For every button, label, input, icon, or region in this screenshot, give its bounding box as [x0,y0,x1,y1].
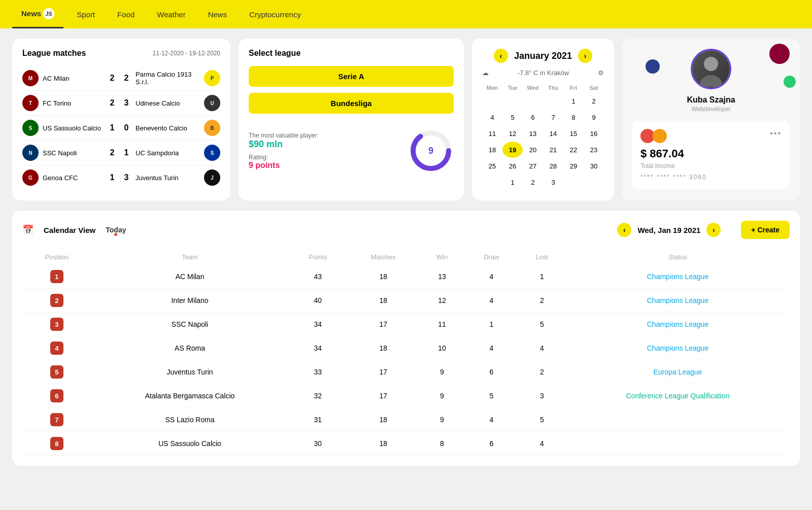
calendar-day[interactable]: 2 [584,93,604,109]
player-section: The most valuable player: $90 mln Rating… [249,128,454,174]
player-label: The most valuable player: [249,132,398,139]
col-points: Points [288,249,347,265]
svg-point-2 [646,59,660,74]
today-button[interactable]: Today [106,226,126,234]
donut-value: 9 [428,146,433,156]
calendar-day[interactable] [543,93,563,109]
calendar-day[interactable]: 28 [543,158,563,174]
calendar-day[interactable]: 3 [543,174,563,190]
calendar-day[interactable]: 12 [502,125,523,142]
cell-matches: 17 [348,360,420,384]
calendar-day[interactable]: 14 [543,125,563,142]
cell-win: 8 [419,432,465,456]
cal-day-header-fri: Fri [563,83,584,93]
team-logo-napoli: N [22,145,39,161]
calendar-day[interactable]: 19 [502,142,523,158]
cell-status: Conference League Qualification [566,384,790,408]
calendar-day[interactable]: 22 [563,142,584,158]
nav-item-crypto[interactable]: Cryptocurrency [240,0,310,28]
calendar-day[interactable]: 13 [523,125,543,142]
select-league-title: Select league [249,49,454,58]
calendar-day[interactable]: 30 [584,158,604,174]
calendar-day[interactable]: 18 [482,142,502,158]
calendar-day[interactable] [482,93,502,109]
nav-item-news-js[interactable]: News JS [12,0,63,28]
calendar-day[interactable]: 11 [482,125,502,142]
cell-pts: 31 [288,408,347,432]
nav-item-sport[interactable]: Sport [67,0,104,28]
cell-lost: 1 [518,265,566,289]
nav-item-food[interactable]: Food [108,0,144,28]
calendar-day[interactable]: 16 [584,125,604,142]
team-name: SSC Napoli [43,149,107,157]
calendar-day[interactable]: 1 [502,174,523,190]
calendar-day[interactable]: 25 [482,158,502,174]
nav-item-weather[interactable]: Weather [148,0,194,28]
table-row: 8US Sassuolo Calcio3018864 [22,432,790,456]
home-score: 2 [107,74,117,83]
finance-more-icon[interactable]: ••• [770,129,782,138]
home-score: 2 [107,98,117,108]
finance-amount: $ 867.04 [640,147,782,160]
nav-label-weather: Weather [157,10,185,19]
table-row: 6Atalanta Bergamasca Calcio3217953Confer… [22,384,790,408]
cell-draw: 4 [465,408,518,432]
position-badge: 4 [50,342,63,355]
away-score: 3 [121,173,131,182]
away-team-name: Juventus Turin [136,174,200,182]
avatar-image [692,50,730,88]
settings-icon[interactable]: ⚙ [598,69,604,77]
team-name: AC Milan [43,75,107,82]
calendar-day[interactable]: 4 [482,109,502,125]
calendar-day[interactable]: 5 [502,109,523,125]
cell-lost: 4 [518,336,566,360]
nav-label-sport: Sport [77,10,95,19]
cell-matches: 17 [348,313,420,336]
calendar-day[interactable] [523,93,543,109]
calendar-day[interactable]: 6 [523,109,543,125]
nav-badge: JS [43,8,54,19]
position-badge: 7 [50,413,63,426]
cell-win: 9 [419,408,465,432]
cell-team: Inter Milano [91,289,288,313]
calendar-day[interactable] [482,174,502,190]
cell-pts: 43 [288,265,347,289]
cell-pts: 34 [288,313,347,336]
cell-win: 13 [419,265,465,289]
create-button[interactable]: + Create [741,221,790,239]
calendar-day[interactable]: 21 [543,142,563,158]
calendar-day[interactable] [563,174,584,190]
calendar-day[interactable]: 27 [523,158,543,174]
serie-a-button[interactable]: Serie A [249,66,454,87]
calendar-day[interactable]: 7 [543,109,563,125]
cell-draw: 4 [465,336,518,360]
cell-matches: 18 [348,432,420,456]
date-next-button[interactable]: › [706,223,721,237]
col-status: Status [566,249,790,265]
position-badge: 3 [50,318,63,331]
calendar-day[interactable]: 2 [523,174,543,190]
calendar-prev-button[interactable]: ‹ [494,49,508,63]
bundesliga-button[interactable]: Bundesliga [249,93,454,114]
calendar-day[interactable]: 9 [584,109,604,125]
finance-icon-orange [653,129,667,143]
team-name: FC Torino [43,99,107,107]
calendar-day[interactable]: 26 [502,158,523,174]
calendar-day[interactable]: 15 [563,125,584,142]
calendar-day[interactable]: 8 [563,109,584,125]
player-value: $90 mln [249,139,398,150]
nav-item-news2[interactable]: News [199,0,236,28]
calendar-day[interactable]: 20 [523,142,543,158]
match-row: T FC Torino 2 3 Udinese Calcio U [22,91,220,116]
position-badge: 6 [50,389,63,402]
calendar-day[interactable]: 29 [563,158,584,174]
profile-name: Kuba Szajna [687,95,735,105]
cell-win: 11 [419,313,465,336]
cell-draw: 4 [465,289,518,313]
calendar-day[interactable]: 1 [563,93,584,109]
calendar-day[interactable]: 23 [584,142,604,158]
calendar-next-button[interactable]: › [578,49,592,63]
calendar-day[interactable] [584,174,604,190]
calendar-day[interactable] [502,93,523,109]
date-prev-button[interactable]: ‹ [617,223,631,237]
